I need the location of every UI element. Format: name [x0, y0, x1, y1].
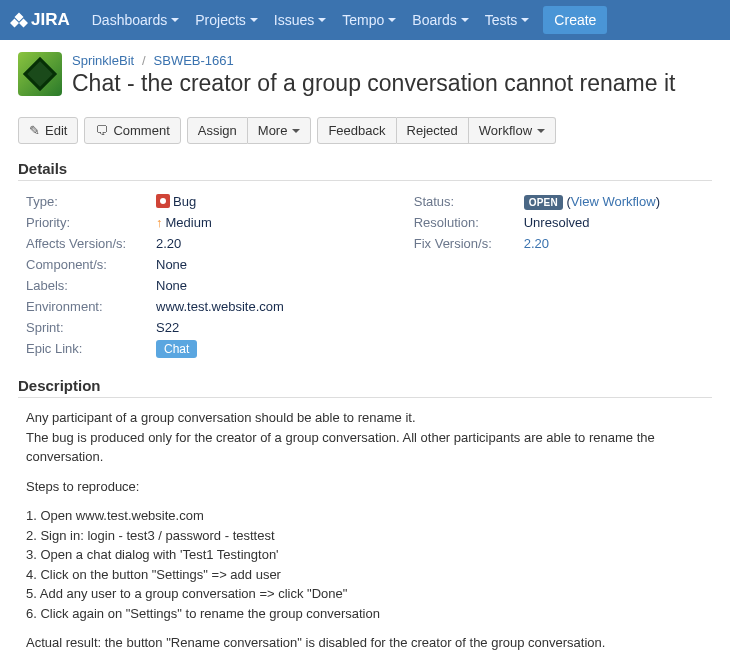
priority-up-icon: ↑: [156, 215, 163, 230]
assign-button[interactable]: Assign: [187, 117, 248, 144]
top-navbar: JIRA Dashboards Projects Issues Tempo Bo…: [0, 0, 730, 40]
caret-down-icon: [292, 129, 300, 133]
create-button[interactable]: Create: [543, 6, 607, 34]
breadcrumb-separator: /: [142, 53, 146, 68]
more-button[interactable]: More: [248, 117, 312, 144]
desc-line: 4. Click on the button "Settings" => add…: [26, 567, 281, 582]
labels-value: None: [156, 278, 187, 293]
jira-icon: [10, 11, 28, 29]
desc-line: 6. Click again on "Settings" to rename t…: [26, 606, 380, 621]
resolution-label: Resolution:: [414, 215, 524, 230]
nav-tests[interactable]: Tests: [477, 0, 538, 40]
caret-down-icon: [171, 18, 179, 22]
environment-value: www.test.website.com: [156, 299, 284, 314]
breadcrumb: SprinkleBit / SBWEB-1661: [72, 52, 712, 68]
desc-line: 2. Sign in: login - test3 / password - t…: [26, 528, 275, 543]
details-heading: Details: [18, 160, 712, 181]
sprint-label: Sprint:: [26, 320, 156, 335]
issue-toolbar: ✎Edit 🗨Comment Assign More Feedback Reje…: [18, 117, 712, 144]
environment-label: Environment:: [26, 299, 156, 314]
breadcrumb-issue-key[interactable]: SBWEB-1661: [154, 53, 234, 68]
breadcrumb-project[interactable]: SprinkleBit: [72, 53, 134, 68]
nav-projects[interactable]: Projects: [187, 0, 266, 40]
edit-button[interactable]: ✎Edit: [18, 117, 78, 144]
workflow-button[interactable]: Workflow: [469, 117, 556, 144]
nav-tempo[interactable]: Tempo: [334, 0, 404, 40]
caret-down-icon: [521, 18, 529, 22]
status-label: Status:: [414, 194, 524, 209]
desc-line: 5. Add any user to a group conversation …: [26, 586, 347, 601]
sprint-value: S22: [156, 320, 179, 335]
project-avatar[interactable]: [18, 52, 62, 96]
components-value: None: [156, 257, 187, 272]
desc-line: The bug is produced only for the creator…: [26, 430, 655, 465]
bug-icon: [156, 194, 170, 208]
affects-versions-value: 2.20: [156, 236, 181, 251]
view-workflow-link[interactable]: View Workflow: [571, 194, 656, 209]
epic-link-badge[interactable]: Chat: [156, 340, 197, 358]
fix-versions-label: Fix Version/s:: [414, 236, 524, 251]
nav-dashboards[interactable]: Dashboards: [84, 0, 188, 40]
caret-down-icon: [537, 129, 545, 133]
caret-down-icon: [461, 18, 469, 22]
desc-line: 3. Open a chat dialog with 'Test1 Testin…: [26, 547, 279, 562]
nav-boards[interactable]: Boards: [404, 0, 476, 40]
description-body: Any participant of a group conversation …: [18, 408, 712, 655]
priority-value: ↑Medium: [156, 215, 212, 230]
desc-line: 1. Open www.test.website.com: [26, 508, 204, 523]
fix-versions-value[interactable]: 2.20: [524, 236, 549, 251]
steps-heading: Steps to reproduce:: [26, 477, 712, 497]
caret-down-icon: [388, 18, 396, 22]
labels-label: Labels:: [26, 278, 156, 293]
comment-icon: 🗨: [95, 123, 108, 138]
epic-link-label: Epic Link:: [26, 341, 156, 356]
priority-label: Priority:: [26, 215, 156, 230]
resolution-value: Unresolved: [524, 215, 590, 230]
logo-text: JIRA: [31, 10, 70, 30]
components-label: Component/s:: [26, 257, 156, 272]
type-value: Bug: [156, 194, 196, 209]
description-heading: Description: [18, 377, 712, 398]
actual-result: Actual result: the button "Rename conver…: [26, 633, 712, 653]
desc-line: Any participant of a group conversation …: [26, 410, 416, 425]
feedback-button[interactable]: Feedback: [317, 117, 396, 144]
issue-summary: Chat - the creator of a group conversati…: [72, 70, 712, 97]
caret-down-icon: [318, 18, 326, 22]
affects-versions-label: Affects Version/s:: [26, 236, 156, 251]
rejected-button[interactable]: Rejected: [397, 117, 469, 144]
type-label: Type:: [26, 194, 156, 209]
caret-down-icon: [250, 18, 258, 22]
jira-logo[interactable]: JIRA: [10, 10, 70, 30]
pencil-icon: ✎: [29, 123, 40, 138]
comment-button[interactable]: 🗨Comment: [84, 117, 180, 144]
nav-issues[interactable]: Issues: [266, 0, 334, 40]
status-lozenge: OPEN: [524, 195, 563, 210]
